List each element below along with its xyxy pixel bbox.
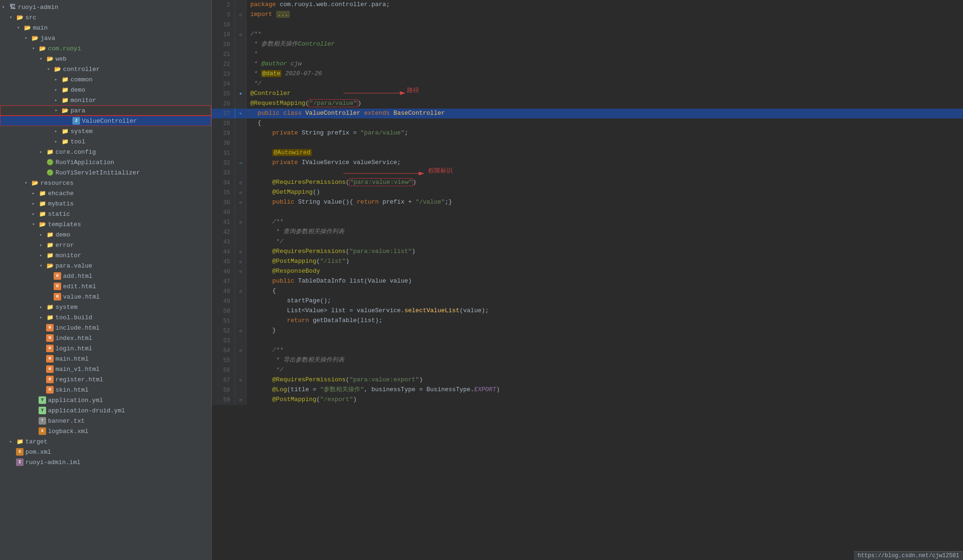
- code-line-54: 54 ⊖ /**: [212, 346, 963, 355]
- fold-icon[interactable]: ⊖: [239, 348, 242, 354]
- tree-index-html[interactable]: H index.html: [0, 333, 211, 343]
- tree-web[interactable]: web: [0, 54, 211, 64]
- tree-arrow: [55, 87, 61, 93]
- fold-icon[interactable]: ⊖: [239, 32, 242, 38]
- code-content: */: [247, 237, 963, 247]
- txt-file-icon: T: [39, 417, 46, 425]
- tree-src[interactable]: src: [0, 12, 211, 23]
- tree-skin-html[interactable]: H skin.html: [0, 385, 211, 395]
- gutter: [235, 128, 247, 138]
- tree-arrow: [40, 232, 46, 237]
- tree-main-html[interactable]: H main.html: [0, 354, 211, 364]
- fold-icon[interactable]: ⊖: [239, 180, 242, 186]
- tree-pom-xml[interactable]: X pom.xml: [0, 447, 211, 457]
- code-line-42: 42 * 查询参数相关操作列表: [212, 227, 963, 237]
- debug-icon[interactable]: ●: [239, 91, 242, 96]
- tree-login-html[interactable]: H login.html: [0, 343, 211, 354]
- gutter: ⊖: [235, 197, 247, 207]
- tree-target[interactable]: target: [0, 436, 211, 447]
- fold-icon[interactable]: ⊖: [239, 269, 242, 275]
- fold-icon[interactable]: ⊖: [239, 289, 242, 294]
- tree-ehcache[interactable]: ehcache: [0, 188, 211, 198]
- tree-templates-monitor[interactable]: monitor: [0, 250, 211, 260]
- tree-main[interactable]: main: [0, 23, 211, 33]
- code-line-58: 58 @Log(title = "参数相关操作", businessType =…: [212, 385, 963, 395]
- tree-mybatis[interactable]: mybatis: [0, 198, 211, 209]
- tree-ruoyi-admin-iml[interactable]: I ruoyi-admin.iml: [0, 457, 211, 467]
- folder-icon: [46, 314, 54, 321]
- folder-icon: [31, 34, 39, 42]
- tree-ruoyi-app[interactable]: 🟢 RuoYiApplication: [0, 157, 211, 167]
- tree-label: add.html: [63, 273, 92, 280]
- tree-edit-html[interactable]: H edit.html: [0, 281, 211, 292]
- tree-demo[interactable]: demo: [0, 85, 211, 95]
- line-number: 3: [212, 10, 235, 20]
- gutter: ⊖: [235, 346, 247, 355]
- line-number: 57: [212, 375, 235, 385]
- line-number: 40: [212, 207, 235, 217]
- tree-register-html[interactable]: H register.html: [0, 374, 211, 385]
- tree-templates[interactable]: templates: [0, 219, 211, 229]
- tree-label: monitor: [56, 252, 81, 259]
- tree-static[interactable]: static: [0, 209, 211, 219]
- fold-icon[interactable]: ⊖: [239, 249, 242, 255]
- html-file-icon: H: [54, 272, 61, 280]
- tree-templates-demo[interactable]: demo: [0, 229, 211, 240]
- fold-icon[interactable]: ⊖: [239, 378, 242, 383]
- tree-arrow: [9, 439, 16, 444]
- tree-resources[interactable]: resources: [0, 178, 211, 188]
- tree-application-yml[interactable]: Y application.yml: [0, 395, 211, 405]
- tree-label: error: [56, 242, 74, 249]
- tree-main-v1-html[interactable]: H main_v1.html: [0, 364, 211, 374]
- tree-para[interactable]: para: [0, 105, 211, 116]
- fold-icon[interactable]: ⊖: [239, 259, 242, 265]
- fold-icon[interactable]: ⊖: [239, 190, 242, 196]
- tree-ruoyi-servlet[interactable]: 🟢 RuoYiServletInitializer: [0, 167, 211, 178]
- tree-value-html[interactable]: H value.html: [0, 292, 211, 302]
- tree-logback-xml[interactable]: X logback.xml: [0, 426, 211, 436]
- gutter: ⊖: [235, 247, 247, 257]
- tree-error[interactable]: error: [0, 240, 211, 250]
- file-tree[interactable]: 🏗 ruoyi-admin src main java com.ruoyi we…: [0, 0, 212, 560]
- folder-icon: [39, 210, 46, 218]
- tree-value-controller[interactable]: J ValueController: [0, 116, 211, 126]
- fold-icon[interactable]: ⊖: [239, 200, 242, 205]
- tree-include-html[interactable]: H include.html: [0, 323, 211, 333]
- line-number: 45: [212, 257, 235, 267]
- fold-icon[interactable]: ⊖: [239, 328, 242, 334]
- tree-arrow: [40, 263, 46, 268]
- tree-controller[interactable]: controller: [0, 64, 211, 74]
- tree-common[interactable]: common: [0, 74, 211, 85]
- gutter: ⊖: [235, 257, 247, 267]
- tree-java[interactable]: java: [0, 33, 211, 43]
- tree-root[interactable]: 🏗 ruoyi-admin: [0, 2, 211, 12]
- code-line-2: 2 package com.ruoyi.web.controller.para;: [212, 0, 963, 10]
- tree-templates-system[interactable]: system: [0, 302, 211, 312]
- tree-add-html[interactable]: H add.html: [0, 271, 211, 281]
- code-content: * @author cjw: [247, 59, 963, 69]
- tree-tool-build[interactable]: tool.build: [0, 312, 211, 323]
- tree-arrow: [32, 221, 39, 227]
- tree-tool[interactable]: tool: [0, 136, 211, 147]
- tree-label: pom.xml: [25, 449, 51, 456]
- fold-icon[interactable]: ⊖: [239, 397, 242, 403]
- folder-icon: [16, 14, 24, 21]
- project-icon: 🏗: [8, 3, 16, 11]
- tree-system[interactable]: system: [0, 126, 211, 136]
- code-content: /**: [247, 346, 963, 355]
- line-number: 23: [212, 69, 235, 79]
- gutter: [235, 168, 247, 178]
- line-number: 43: [212, 237, 235, 247]
- tree-application-druid-yml[interactable]: Y application-druid.yml: [0, 405, 211, 416]
- folder-icon: [39, 221, 46, 228]
- tree-label: demo: [56, 231, 70, 238]
- tree-monitor[interactable]: monitor: [0, 95, 211, 105]
- fold-icon[interactable]: ⊖: [239, 220, 242, 225]
- tree-para-value[interactable]: para.value: [0, 260, 211, 271]
- line-number: 48: [212, 286, 235, 296]
- tree-com-ruoyi[interactable]: com.ruoyi: [0, 43, 211, 54]
- code-line-59: 59 ⊖ @PostMapping("/export"): [212, 395, 963, 405]
- tree-banner-txt[interactable]: T banner.txt: [0, 416, 211, 426]
- fold-icon[interactable]: ⊖: [239, 12, 242, 18]
- tree-core-config[interactable]: core.config: [0, 147, 211, 157]
